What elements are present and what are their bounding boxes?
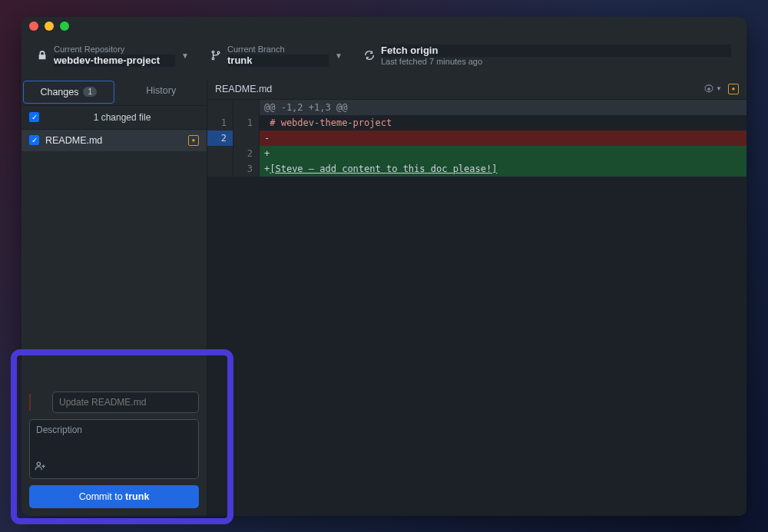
commit-panel: Description Commit to trunk — [22, 384, 207, 516]
svg-point-0 — [212, 51, 214, 54]
line-number-old — [207, 100, 233, 115]
commit-button-branch: trunk — [125, 491, 149, 502]
svg-point-2 — [217, 52, 220, 55]
line-number-new — [233, 100, 260, 115]
diff-view: README.md ▼ ● @@ -1,2 +1,3 @@ 1 1 # webd — [207, 79, 746, 516]
changed-files-count: 1 changed file — [45, 112, 199, 123]
line-number-old: 2 — [207, 131, 233, 146]
fetch-label: Fetch origin — [381, 45, 731, 57]
description-placeholder: Description — [36, 425, 82, 435]
line-number-new: 2 — [233, 146, 260, 161]
content-area: Changes 1 History ✓ 1 changed file ✓ REA… — [22, 79, 746, 516]
modified-icon: ● — [188, 135, 199, 146]
commit-description-input[interactable]: Description — [29, 419, 199, 479]
line-number-new: 1 — [233, 115, 260, 131]
tab-changes[interactable]: Changes 1 — [23, 81, 114, 104]
diff-content: @@ -1,2 +1,3 @@ 1 1 # webdev-theme-proje… — [207, 100, 746, 177]
line-number-old — [207, 146, 233, 161]
svg-point-3 — [37, 462, 40, 465]
avatar — [29, 394, 46, 411]
toolbar: Current Repository webdev-theme-project … — [22, 31, 746, 79]
diff-hunk-header: @@ -1,2 +1,3 @@ — [260, 100, 746, 115]
file-checkbox[interactable]: ✓ — [29, 135, 39, 145]
maximize-window-button[interactable] — [60, 21, 69, 31]
branch-selector-label: Current Branch — [227, 45, 329, 55]
branch-icon — [210, 50, 221, 61]
diff-line[interactable]: 3 +[Steve — add content to this doc plea… — [207, 161, 746, 177]
select-all-checkbox[interactable]: ✓ — [29, 112, 39, 122]
app-window: Current Repository webdev-theme-project … — [22, 17, 746, 516]
close-window-button[interactable] — [29, 21, 38, 31]
diff-line-content: - — [260, 131, 746, 146]
diff-line[interactable]: 2 + — [207, 146, 746, 161]
modified-icon: ● — [728, 84, 739, 94]
diff-settings-button[interactable]: ▼ — [703, 84, 722, 94]
fetch-detail: Last fetched 7 minutes ago — [381, 57, 731, 67]
tab-changes-label: Changes — [40, 87, 78, 97]
diff-filename: README.md — [215, 84, 272, 94]
minimize-window-button[interactable] — [45, 21, 54, 31]
fetch-button[interactable]: Fetch origin Last fetched 7 minutes ago — [356, 40, 739, 71]
chevron-down-icon: ▼ — [335, 51, 343, 60]
line-number-new — [233, 131, 260, 146]
file-name: README.md — [45, 135, 102, 146]
chevron-down-icon: ▼ — [181, 51, 189, 60]
changes-count-badge: 1 — [83, 87, 97, 97]
branch-selector[interactable]: Current Branch trunk ▼ — [203, 40, 350, 71]
diff-line[interactable]: 2 - — [207, 131, 746, 146]
changed-files-header: ✓ 1 changed file — [22, 106, 207, 130]
tab-history[interactable]: History — [116, 79, 207, 105]
line-number-old — [207, 161, 233, 177]
diff-line-content: +[Steve — add content to this doc please… — [260, 161, 746, 177]
diff-line[interactable]: 1 1 # webdev-theme-project — [207, 115, 746, 131]
sidebar-tabs: Changes 1 History — [22, 79, 207, 106]
svg-point-1 — [212, 58, 214, 60]
diff-header: README.md ▼ ● — [207, 79, 746, 100]
lock-icon — [37, 50, 48, 61]
branch-selector-value: trunk — [227, 55, 329, 67]
line-number-new: 3 — [233, 161, 260, 177]
commit-summary-input[interactable] — [52, 392, 199, 413]
line-number-old: 1 — [207, 115, 233, 131]
sidebar: Changes 1 History ✓ 1 changed file ✓ REA… — [22, 79, 207, 516]
tab-history-label: History — [146, 85, 176, 96]
window-titlebar — [22, 17, 746, 31]
repo-selector[interactable]: Current Repository webdev-theme-project … — [29, 40, 197, 71]
sync-icon — [364, 50, 375, 61]
repo-selector-label: Current Repository — [54, 45, 175, 55]
file-row[interactable]: ✓ README.md ● — [22, 130, 207, 151]
add-coauthor-icon[interactable] — [35, 461, 47, 474]
repo-selector-value: webdev-theme-project — [54, 55, 175, 67]
commit-button-prefix: Commit to — [79, 491, 125, 502]
commit-button[interactable]: Commit to trunk — [29, 485, 199, 508]
diff-line-content: + — [260, 146, 746, 161]
diff-line-content: # webdev-theme-project — [260, 115, 746, 131]
